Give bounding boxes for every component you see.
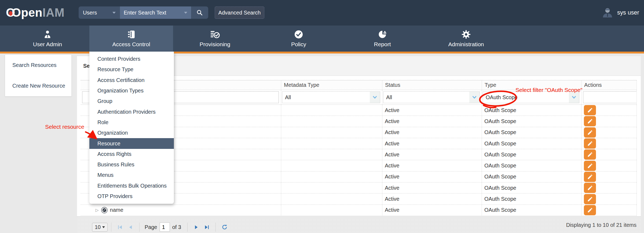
cell-metadata-type <box>281 138 382 149</box>
expand-row-icon[interactable]: ▷ <box>96 208 99 213</box>
edit-button[interactable] <box>584 149 596 160</box>
nav-tab-administration[interactable]: Administration <box>424 26 508 52</box>
divider <box>187 223 188 232</box>
pencil-icon <box>587 141 593 146</box>
edit-button[interactable] <box>584 205 596 215</box>
menu-item-business-rules[interactable]: Business Rules <box>89 159 174 170</box>
nav-label: Provisioning <box>200 41 230 48</box>
search-icon <box>196 9 203 16</box>
cell-actions <box>581 205 637 216</box>
username-label: sys user <box>617 9 639 16</box>
cell-metadata-type <box>281 193 382 204</box>
main-nav: User Admin Access Control Provisioning <box>0 26 644 52</box>
menu-item-resource[interactable]: Resource <box>89 138 174 149</box>
first-page-button[interactable] <box>115 224 125 230</box>
menu-item-content-providers[interactable]: Content Providers <box>89 54 174 64</box>
cell-metadata-type <box>281 205 382 216</box>
nav-label: Access Control <box>112 41 150 48</box>
gear-icon <box>461 30 471 39</box>
prev-page-button[interactable] <box>125 224 136 230</box>
list-check-icon <box>210 30 220 39</box>
search-input[interactable]: Enter Search Text <box>120 6 191 19</box>
menu-item-authentication-providers[interactable]: Authentication Providers <box>89 106 174 117</box>
metadata-type-filter-select[interactable]: All <box>282 91 380 103</box>
prev-page-icon <box>128 224 133 230</box>
nav-tab-access-control[interactable]: Access Control <box>89 26 173 52</box>
menu-item-menus[interactable]: Menus <box>89 170 174 180</box>
cell-actions <box>581 182 637 193</box>
advanced-search-button[interactable]: Advanced Search <box>215 6 264 19</box>
menu-item-resource-type[interactable]: Resource Type <box>89 64 174 75</box>
menu-item-group[interactable]: Group <box>89 96 174 106</box>
cell-type: OAuth Scope <box>482 160 581 171</box>
cell-status: Active <box>382 105 482 116</box>
cell-actions <box>581 138 637 149</box>
last-page-button[interactable] <box>202 224 212 230</box>
pager-controls: 10 Page of 3 <box>92 223 230 232</box>
edit-button[interactable] <box>584 138 596 149</box>
chevron-down-icon <box>184 12 187 14</box>
cell-actions <box>581 160 637 171</box>
pencil-icon <box>587 152 593 157</box>
nav-tab-report[interactable]: Report <box>341 26 424 52</box>
last-page-icon <box>204 224 210 230</box>
pencil-icon <box>587 196 593 202</box>
sidebar-item-search-resources[interactable]: Search Resources <box>5 55 71 76</box>
page-size-select[interactable]: 10 <box>92 223 108 232</box>
check-circle-icon <box>294 30 303 39</box>
cell-name: ▷ name <box>80 205 281 216</box>
cell-status: Active <box>382 193 482 204</box>
refresh-icon <box>222 224 228 230</box>
chevron-down-icon <box>102 226 105 228</box>
menu-item-role[interactable]: Role <box>89 117 174 128</box>
actions-filter-input[interactable] <box>583 91 637 103</box>
status-filter-select[interactable]: All <box>383 91 480 103</box>
next-page-icon <box>193 224 199 230</box>
type-filter-value: OAuth Scope <box>486 94 518 101</box>
edit-button[interactable] <box>584 161 596 171</box>
search-button[interactable] <box>191 6 208 19</box>
divider <box>111 223 111 232</box>
nav-tab-policy[interactable]: Policy <box>257 26 341 52</box>
cell-type: OAuth Scope <box>482 105 581 116</box>
sidebar-item-label: Create New Resource <box>12 83 65 89</box>
edit-button[interactable] <box>584 105 596 115</box>
edit-button[interactable] <box>584 183 596 193</box>
cell-metadata-type <box>281 149 382 160</box>
edit-button[interactable] <box>584 194 596 204</box>
nav-label: Report <box>374 41 391 48</box>
user-menu[interactable]: sys user <box>601 5 639 20</box>
next-page-button[interactable] <box>191 224 202 230</box>
search-scope-value: Users <box>83 10 97 16</box>
column-header-type: Type <box>482 82 496 88</box>
nav-tab-provisioning[interactable]: Provisioning <box>173 26 257 52</box>
user-icon <box>43 30 52 39</box>
cell-actions <box>581 149 637 160</box>
column-header-actions: Actions <box>581 82 602 88</box>
sidebar: Search Resources Create New Resource <box>5 55 72 96</box>
edit-button[interactable] <box>584 127 596 138</box>
pencil-icon <box>587 118 593 124</box>
menu-item-organization[interactable]: Organization <box>89 128 174 138</box>
cell-type: OAuth Scope <box>482 171 581 182</box>
logo-iam-text: IAM <box>42 6 64 19</box>
cell-type: OAuth Scope <box>482 193 581 204</box>
cell-status: Active <box>382 182 482 193</box>
page-count-label: of 3 <box>172 224 181 230</box>
edit-button[interactable] <box>584 116 596 126</box>
access-panel-icon <box>126 30 136 39</box>
refresh-button[interactable] <box>219 224 230 230</box>
sidebar-item-create-new-resource[interactable]: Create New Resource <box>5 76 71 96</box>
menu-item-otp-providers[interactable]: OTP Providers <box>89 191 174 202</box>
menu-item-access-certification[interactable]: Access Certification <box>89 75 174 85</box>
menu-item-entitlements-bulk-operations[interactable]: Entitlements Bulk Operations <box>89 181 174 191</box>
search-scope-select[interactable]: Users <box>79 6 120 19</box>
cell-metadata-type <box>281 116 382 127</box>
edit-button[interactable] <box>584 172 596 182</box>
menu-item-access-rights[interactable]: Access Rights <box>89 149 174 159</box>
advanced-search-label: Advanced Search <box>218 10 261 16</box>
nav-tab-user-admin[interactable]: User Admin <box>6 26 89 52</box>
resource-name-label: name <box>110 207 123 213</box>
page-number-input[interactable] <box>160 223 170 232</box>
menu-item-organization-types[interactable]: Organization Types <box>89 85 174 96</box>
